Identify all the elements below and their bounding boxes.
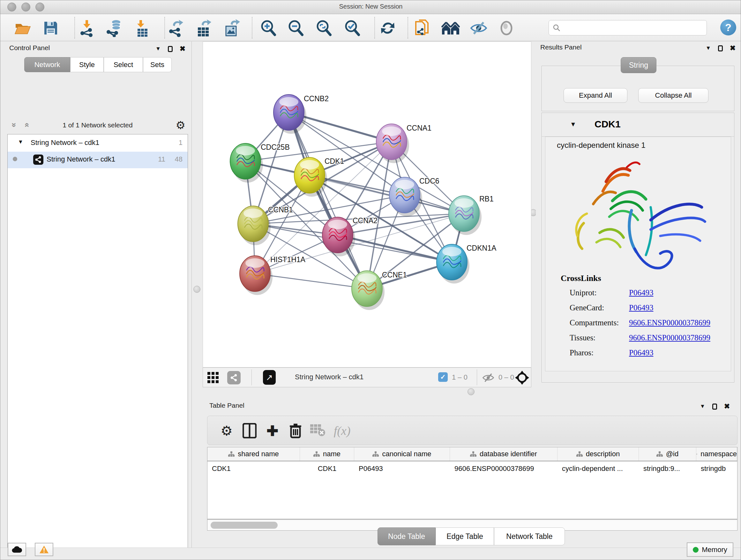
splitter-handle[interactable] [193, 286, 200, 293]
crosslink-link[interactable]: P06493 [629, 288, 653, 297]
horizontal-splitter[interactable] [203, 388, 741, 396]
vertical-splitter-left[interactable] [192, 42, 203, 548]
section-disclosure-icon[interactable]: ▼ [570, 121, 576, 128]
tab-select[interactable]: Select [104, 57, 143, 72]
search-input[interactable] [549, 20, 707, 36]
tab-string[interactable]: String [621, 57, 657, 73]
splitter-handle[interactable] [468, 388, 475, 395]
expand-all-button[interactable]: Expand All [563, 88, 627, 103]
zoom-selected-button[interactable] [343, 19, 361, 37]
network-node-ccne1[interactable]: CCNE1 [352, 271, 407, 310]
crosslink-link[interactable]: P06493 [629, 348, 653, 357]
tab-network-table[interactable]: Network Table [494, 527, 565, 545]
import-table-button[interactable] [133, 19, 151, 37]
close-panel-icon[interactable]: ✖ [730, 44, 736, 52]
warnings-button[interactable] [35, 543, 53, 556]
column-header-canonical-name[interactable]: canonical name [354, 447, 450, 461]
tab-network[interactable]: Network [24, 57, 70, 72]
panel-menu-icon[interactable]: ▼ [705, 45, 711, 51]
network-node-cdkn1a[interactable]: CDKN1A [436, 244, 496, 284]
zoom-in-button[interactable] [259, 19, 278, 37]
network-node-cdk1[interactable]: CDK1 [294, 157, 344, 197]
table-cell[interactable]: stringdb:9... [639, 462, 696, 476]
share-view-icon[interactable] [227, 371, 241, 384]
delete-column-icon[interactable] [286, 421, 305, 441]
table-cell[interactable]: P06493 [354, 462, 450, 476]
scrollbar-thumb[interactable] [211, 522, 278, 529]
crosslink-link[interactable]: 9606.ENSP00000378699 [629, 333, 711, 342]
node-table[interactable]: shared namenamecanonical namedatabase id… [207, 447, 738, 520]
column-header-database-identifier[interactable]: database identifier [450, 447, 557, 461]
search-icon [553, 24, 561, 32]
string-import-button[interactable] [413, 19, 431, 37]
collapse-all-button[interactable]: Collapse All [638, 88, 709, 103]
grid-view-icon[interactable] [207, 372, 219, 383]
tab-style[interactable]: Style [70, 57, 104, 72]
open-session-button[interactable] [13, 19, 32, 37]
table-cell[interactable]: CDK1 [300, 462, 354, 476]
table-row[interactable]: CDK1CDK1P064939606.ENSP00000378699cyclin… [207, 462, 737, 476]
network-node-ccnb1[interactable]: CCNB1 [238, 206, 293, 245]
crosslink-link[interactable]: P06493 [629, 303, 653, 312]
float-panel-icon[interactable] [718, 45, 723, 51]
houses-icon [441, 19, 460, 37]
close-panel-icon[interactable]: ✖ [724, 402, 730, 411]
show-columns-icon[interactable] [240, 421, 259, 441]
export-table-button[interactable] [194, 19, 213, 37]
zoom-fit-button[interactable] [315, 19, 333, 37]
table-cell[interactable]: 9606.ENSP00000378699 [450, 462, 557, 476]
save-session-button[interactable] [42, 19, 60, 37]
birds-eye-icon[interactable] [515, 371, 529, 385]
tab-edge-table[interactable]: Edge Table [435, 527, 494, 545]
panel-menu-icon[interactable]: ▼ [700, 403, 705, 410]
column-header-description[interactable]: description [557, 447, 639, 461]
table-cell[interactable]: cyclin-dependent ... [557, 462, 639, 476]
column-header-shared-name[interactable]: shared name [207, 447, 300, 461]
column-header--id[interactable]: @id [639, 447, 696, 461]
network-node-ccna2[interactable]: CCNA2 [322, 216, 378, 256]
network-collection-row[interactable]: ▼ String Network – cdk1 1 [8, 135, 188, 152]
close-panel-icon[interactable]: ✖ [180, 45, 185, 53]
import-network-database-button[interactable] [105, 19, 123, 37]
network-edge[interactable] [310, 175, 464, 213]
detach-view-button[interactable]: ↗ [263, 370, 276, 385]
network-canvas[interactable]: CCNB2CCNA1CDC25BCDK1CDC6RB1CCNB1CCNA2CDK… [203, 42, 531, 367]
gene-section-body: cyclin-dependent kinase 1 [545, 137, 731, 371]
selected-checkbox-icon[interactable]: ✓ [438, 372, 448, 382]
help-button[interactable]: ? [720, 19, 736, 36]
table-options-gear-icon[interactable]: ⚙ [217, 421, 236, 441]
network-node-ccnb2[interactable]: CCNB2 [273, 95, 329, 134]
network-node-cdc6[interactable]: CDC6 [389, 177, 440, 216]
gene-section-header[interactable]: ▼ CDK1 [542, 113, 734, 137]
network-node-rb1[interactable]: RB1 [449, 195, 494, 235]
toolbar-divider [374, 17, 375, 39]
column-header-name[interactable]: name [300, 447, 354, 461]
collection-disclosure-icon[interactable]: ▼ [18, 139, 23, 145]
string-home-button[interactable] [441, 19, 460, 37]
show-panel-button[interactable] [497, 19, 516, 37]
export-network-button[interactable] [167, 19, 185, 37]
network-node-ccna1[interactable]: CCNA1 [376, 124, 431, 163]
create-column-icon[interactable]: ✚ [263, 421, 282, 441]
memory-button[interactable]: Memory [687, 543, 733, 557]
network-selection-row: » » 1 of 1 Network selected ⚙ [7, 118, 188, 133]
float-panel-icon[interactable] [712, 403, 717, 410]
import-network-file-button[interactable] [77, 19, 96, 37]
tab-sets[interactable]: Sets [143, 57, 172, 72]
cloud-status-button[interactable] [8, 543, 26, 556]
table-cell[interactable]: CDK1 [207, 462, 300, 476]
network-options-gear-icon[interactable]: ⚙ [176, 119, 185, 132]
panel-menu-icon[interactable]: ▼ [155, 46, 161, 52]
network-view[interactable]: CCNB2CCNA1CDC25BCDK1CDC6RB1CCNB1CCNA2CDK… [203, 42, 531, 368]
refresh-button[interactable] [379, 19, 397, 37]
float-panel-icon[interactable] [168, 46, 173, 52]
network-node-hist1h1a[interactable]: HIST1H1A [240, 255, 306, 295]
network-row[interactable]: String Network – cdk1 11 48 [8, 152, 188, 168]
table-cell[interactable]: stringdb [696, 462, 737, 476]
crosslink-link[interactable]: 9606.ENSP00000378699 [629, 318, 711, 327]
column-header-namespace[interactable]: namespace [696, 447, 737, 461]
tab-node-table[interactable]: Node Table [378, 527, 435, 545]
zoom-out-button[interactable] [286, 19, 305, 37]
export-image-button[interactable] [223, 19, 241, 37]
hide-panel-button[interactable] [469, 19, 488, 37]
